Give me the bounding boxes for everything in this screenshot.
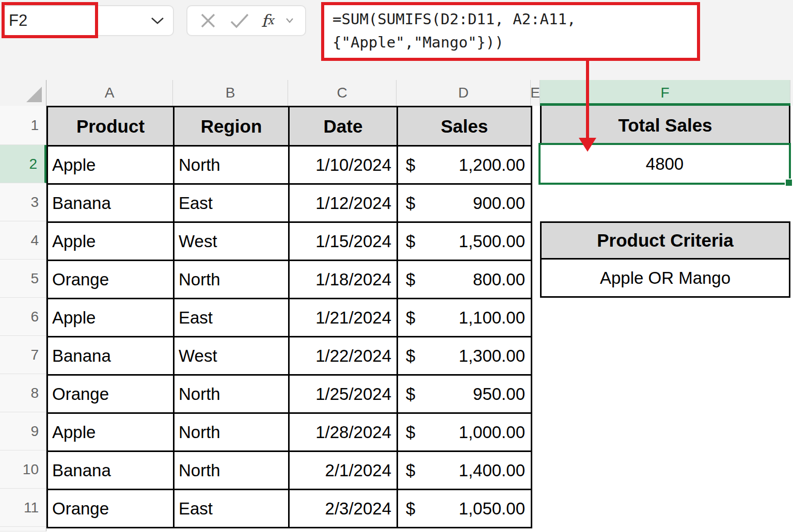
region-cell[interactable]: East (174, 184, 289, 222)
row-header-3[interactable]: 3 (0, 183, 46, 221)
product-cell[interactable]: Banana (47, 337, 174, 375)
row-header-10[interactable]: 10 (0, 450, 46, 489)
currency-symbol: $ (406, 270, 415, 289)
sales-cell[interactable]: $ 1,200.00 (398, 146, 532, 184)
sales-cell[interactable]: $ 950.00 (398, 375, 532, 413)
formula-bar[interactable]: =SUM(SUMIFS(D2:D11, A2:A11, {"Apple","Ma… (321, 2, 700, 61)
date-cell[interactable]: 1/21/2024 (289, 299, 398, 337)
product-cell[interactable]: Apple (47, 413, 174, 452)
date-cell[interactable]: 1/15/2024 (289, 222, 398, 261)
column-header-A[interactable]: A (46, 80, 173, 106)
sales-table: Product Region Date Sales Apple North 1/… (46, 106, 532, 528)
sales-cell[interactable]: $ 1,000.00 (398, 413, 532, 452)
date-cell[interactable]: 1/25/2024 (289, 375, 398, 413)
amount-value: 1,400.00 (459, 461, 525, 480)
table-row: Apple North 1/28/2024 $ 1,000.00 (47, 413, 532, 452)
region-cell[interactable]: North (174, 413, 289, 452)
row-header-1[interactable]: 1 (0, 106, 46, 145)
product-cell[interactable]: Orange (47, 490, 174, 528)
date-cell[interactable]: 1/28/2024 (289, 413, 398, 452)
cell-F4-product-criteria-header[interactable]: Product Criteria (542, 223, 789, 260)
name-box-value: F2 (9, 11, 27, 30)
sales-cell[interactable]: $ 1,300.00 (398, 337, 532, 375)
sales-cell[interactable]: $ 1,100.00 (398, 299, 532, 337)
name-box[interactable]: F2 (3, 5, 174, 36)
column-header-E[interactable]: E (531, 80, 540, 106)
product-cell[interactable]: Banana (47, 452, 174, 490)
sales-table-body: Product Region Date Sales Apple North 1/… (47, 107, 532, 528)
region-cell[interactable]: North (174, 375, 289, 413)
column-header-F[interactable]: F (540, 80, 790, 106)
criteria-box: Product Criteria Apple OR Mango (540, 221, 790, 298)
select-all-button[interactable] (0, 80, 46, 106)
select-all-icon (26, 87, 42, 102)
row-header-2[interactable]: 2 (0, 145, 46, 183)
date-cell[interactable]: 1/12/2024 (289, 184, 398, 222)
product-cell[interactable]: Orange (47, 261, 174, 299)
table-row: Apple West 1/15/2024 $ 1,500.00 (47, 222, 532, 261)
formula-bar-buttons: fx (186, 5, 306, 36)
sales-cell[interactable]: $ 800.00 (398, 261, 532, 299)
total-sales-value: 4800 (646, 154, 684, 174)
date-column-header-cell[interactable]: Date (289, 107, 398, 146)
date-cell[interactable]: 1/22/2024 (289, 337, 398, 375)
amount-value: 900.00 (473, 194, 525, 213)
region-cell[interactable]: North (174, 146, 289, 184)
column-header-B[interactable]: B (173, 80, 288, 106)
region-cell[interactable]: North (174, 261, 289, 299)
row-header-9[interactable]: 9 (0, 412, 46, 450)
date-cell[interactable]: 2/3/2024 (289, 490, 398, 528)
column-header-D[interactable]: D (396, 80, 531, 106)
row-header-4[interactable]: 4 (0, 221, 46, 260)
cell-F1-total-sales-header[interactable]: Total Sales (540, 106, 790, 145)
row-header-5[interactable]: 5 (0, 260, 46, 298)
sales-cell[interactable]: $ 1,500.00 (398, 222, 532, 261)
product-cell[interactable]: Orange (47, 375, 174, 413)
cancel-x-icon[interactable] (199, 11, 217, 30)
insert-function-icon[interactable]: fx (261, 12, 274, 29)
row-header-12[interactable] (0, 527, 46, 531)
table-row: Banana North 2/1/2024 $ 1,400.00 (47, 452, 532, 490)
sales-column-header-cell[interactable]: Sales (398, 107, 532, 146)
date-cell[interactable]: 1/18/2024 (289, 261, 398, 299)
sales-cell[interactable]: $ 900.00 (398, 184, 532, 222)
row-header-7[interactable]: 7 (0, 336, 46, 374)
column-header-C[interactable]: C (288, 80, 396, 106)
excel-sheet-view: F2 fx =SUM(SUMIFS(D2:D11, A2:A11, {"Appl… (0, 0, 793, 532)
cell-F5-criteria-value[interactable]: Apple OR Mango (542, 260, 789, 296)
fx-dropdown-icon[interactable] (286, 18, 294, 24)
name-box-dropdown-icon[interactable] (150, 16, 165, 25)
column-header-filler (790, 80, 793, 106)
enter-check-icon[interactable] (229, 12, 250, 29)
row-header-strip: 1 2 3 4 5 6 7 8 9 10 11 (0, 106, 46, 531)
region-cell[interactable]: West (174, 222, 289, 261)
table-row: Apple North 1/10/2024 $ 1,200.00 (47, 146, 532, 184)
table-header-row: Product Region Date Sales (47, 107, 532, 146)
amount-value: 1,100.00 (459, 308, 525, 328)
table-row: Orange North 1/18/2024 $ 800.00 (47, 261, 532, 299)
region-cell[interactable]: North (174, 452, 289, 490)
currency-symbol: $ (406, 194, 415, 213)
currency-symbol: $ (406, 384, 415, 404)
fill-handle[interactable] (785, 179, 793, 187)
sales-cell[interactable]: $ 1,400.00 (398, 452, 532, 490)
row-header-11[interactable]: 11 (0, 489, 46, 527)
region-cell[interactable]: East (174, 490, 289, 528)
row-header-6[interactable]: 6 (0, 298, 46, 336)
sales-cell[interactable]: $ 1,050.00 (398, 490, 532, 528)
product-cell[interactable]: Apple (47, 146, 174, 184)
formula-bar-area: F2 fx =SUM(SUMIFS(D2:D11, A2:A11, {"Appl… (0, 0, 793, 80)
date-cell[interactable]: 2/1/2024 (289, 452, 398, 490)
region-column-header-cell[interactable]: Region (174, 107, 289, 146)
cell-F2-selected[interactable]: 4800 (538, 143, 791, 185)
product-column-header-cell[interactable]: Product (47, 107, 174, 146)
amount-value: 1,050.00 (459, 499, 525, 519)
region-cell[interactable]: West (174, 337, 289, 375)
region-cell[interactable]: East (174, 299, 289, 337)
date-cell[interactable]: 1/10/2024 (289, 146, 398, 184)
table-row: Apple East 1/21/2024 $ 1,100.00 (47, 299, 532, 337)
product-cell[interactable]: Banana (47, 184, 174, 222)
product-cell[interactable]: Apple (47, 222, 174, 261)
row-header-8[interactable]: 8 (0, 374, 46, 412)
product-cell[interactable]: Apple (47, 299, 174, 337)
